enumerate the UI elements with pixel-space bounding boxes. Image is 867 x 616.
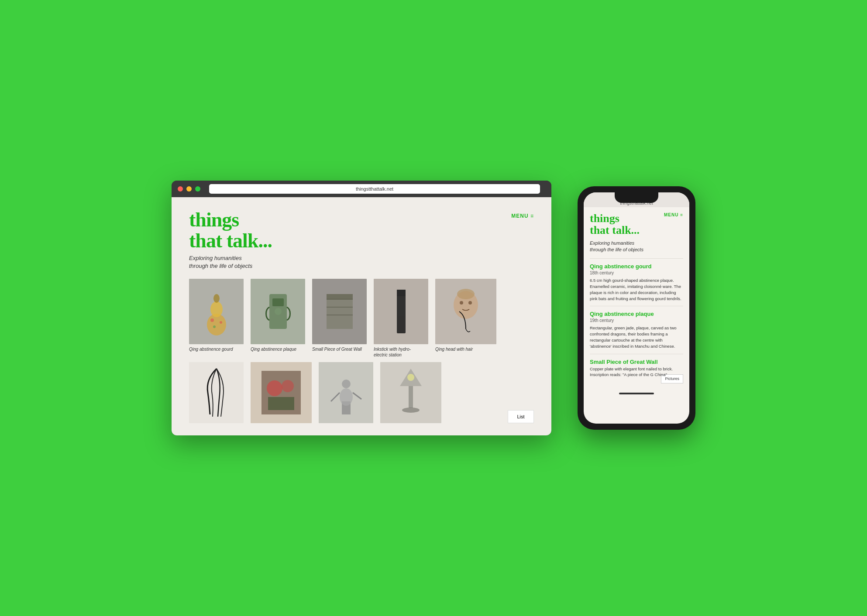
phone-item-3-desc: Copper plate with elegant font nailed to… — [590, 366, 683, 378]
svg-point-5 — [213, 325, 216, 328]
phone-item-1-century: 18th century — [590, 270, 683, 275]
home-indicator — [619, 393, 654, 394]
artifact-img-mech — [319, 362, 373, 423]
svg-point-29 — [342, 380, 351, 388]
artifact-plaque-label: Qing abstinence plaque — [251, 346, 296, 352]
phone-item-2-century: 19th century — [590, 318, 683, 323]
artifact-img-wall — [312, 279, 367, 344]
svg-rect-7 — [272, 298, 284, 306]
artifact-inkstick-label: Inkstick with hydro-electric station — [374, 346, 411, 358]
desktop-browser: thingstthattalk.net things that talk... … — [172, 181, 551, 435]
site-tagline: Exploring humanities through the life of… — [189, 254, 272, 270]
phone-item-2-title[interactable]: Qing abstinence plaque — [590, 311, 683, 317]
artifact-gourd-label: Qing abstinence gourd — [189, 346, 233, 352]
phone-notch — [615, 192, 658, 203]
artifact-wall: Small Piece of Great Wall — [312, 279, 367, 358]
divider-3 — [590, 354, 683, 354]
artifact-img-plaque — [251, 279, 305, 344]
scene: thingstthattalk.net things that talk... … — [145, 154, 722, 462]
artifact-mech — [319, 362, 373, 423]
phone-menu-button[interactable]: MENU ≡ — [664, 212, 683, 217]
grid-row-1: Qing abstinence gourd — [189, 279, 534, 358]
phone-home-bar — [584, 385, 689, 397]
artifact-img-gourd — [189, 279, 244, 344]
phone-item-3: Small Piece of Great Wall Copper plate w… — [590, 359, 683, 378]
artifact-img-hair — [189, 362, 244, 423]
artifact-head: Qing head with hair — [435, 279, 496, 358]
phone-item-1-desc: 6.5 cm high gourd-shaped abstinence plaq… — [590, 277, 683, 301]
svg-rect-10 — [327, 294, 353, 299]
site-header: things that talk... Exploring humanities… — [172, 197, 551, 279]
phone-header: things that talk... MENU ≡ — [590, 212, 683, 236]
svg-point-1 — [210, 301, 223, 317]
svg-point-3 — [210, 318, 214, 322]
grid-row-2: List — [189, 362, 534, 423]
artifact-img-lamp — [380, 362, 441, 423]
browser-chrome: thingstthattalk.net — [172, 181, 551, 197]
browser-dot-green[interactable] — [195, 186, 200, 192]
browser-dot-yellow[interactable] — [186, 186, 192, 192]
phone-item-1-title[interactable]: Qing abstinence gourd — [590, 263, 683, 270]
svg-line-27 — [331, 393, 340, 401]
svg-rect-31 — [409, 386, 413, 408]
menu-button[interactable]: MENU ≡ — [511, 213, 534, 219]
artifact-head-label: Qing head with hair — [435, 346, 473, 352]
svg-point-33 — [407, 374, 414, 381]
browser-content: things that talk... Exploring humanities… — [172, 197, 551, 435]
divider-2 — [590, 306, 683, 306]
artifact-img-head — [435, 279, 496, 344]
phone-tagline: Exploring humanitiesthrough the life of … — [590, 240, 683, 253]
divider-1 — [590, 258, 683, 259]
artifact-folk — [251, 362, 312, 423]
site-logo: things that talk... — [189, 209, 272, 252]
phone-item-1: Qing abstinence gourd 18th century 6.5 c… — [590, 263, 683, 301]
artifact-plaque: Qing abstinence plaque — [251, 279, 305, 358]
svg-line-28 — [353, 393, 361, 399]
artifact-img-folk — [251, 362, 312, 423]
artifact-lamp — [380, 362, 441, 423]
phone-item-3-title[interactable]: Small Piece of Great Wall — [590, 359, 683, 365]
browser-dot-red[interactable] — [178, 186, 183, 192]
svg-point-8 — [275, 308, 282, 315]
svg-point-23 — [282, 380, 294, 392]
phone-content: things that talk... MENU ≡ Exploring hum… — [584, 207, 689, 385]
svg-rect-16 — [398, 298, 405, 316]
svg-point-26 — [340, 388, 353, 406]
svg-rect-15 — [397, 290, 406, 296]
artifacts-grid: Qing abstinence gourd — [172, 279, 551, 435]
svg-point-4 — [220, 321, 222, 324]
svg-point-32 — [402, 407, 420, 413]
artifact-inkstick: Inkstick with hydro-electric station — [374, 279, 428, 358]
site-logo-area: things that talk... Exploring humanities… — [189, 209, 272, 270]
artifact-hair — [189, 362, 244, 423]
svg-point-20 — [468, 301, 472, 305]
phone-item-2-desc: Rectangular, green jade, plaque, carved … — [590, 325, 683, 349]
svg-point-22 — [267, 380, 282, 396]
svg-point-2 — [213, 294, 220, 303]
browser-url[interactable]: thingstthattalk.net — [209, 184, 540, 194]
artifact-img-inkstick — [374, 279, 428, 344]
svg-point-18 — [457, 289, 475, 299]
artifact-wall-label: Small Piece of Great Wall — [312, 346, 362, 352]
svg-point-19 — [460, 301, 463, 305]
phone-screen: thingsthattalk.net things that talk... M… — [584, 192, 689, 424]
list-button[interactable]: List — [508, 410, 534, 423]
phone-logo: things that talk... — [590, 212, 640, 236]
artifact-gourd: Qing abstinence gourd — [189, 279, 244, 358]
phone-item-2: Qing abstinence plaque 19th century Rect… — [590, 311, 683, 349]
svg-rect-24 — [268, 397, 294, 410]
mobile-phone: thingsthattalk.net things that talk... M… — [578, 186, 695, 430]
